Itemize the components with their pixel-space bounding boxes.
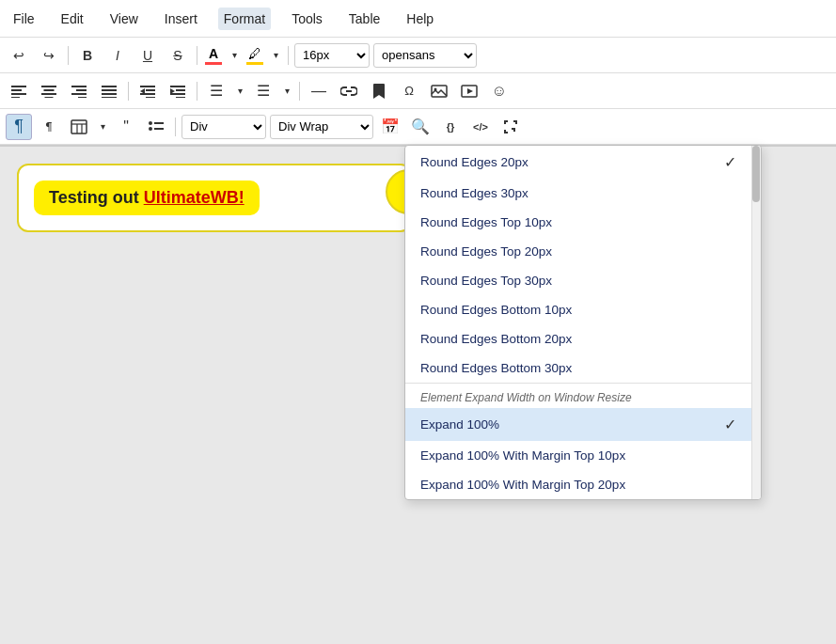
menu-format[interactable]: Format (218, 8, 271, 30)
font-color-line (205, 62, 222, 65)
dropdown-item-label: Expand 100% (420, 417, 499, 432)
dropdown-item-label: Round Edges 30px (420, 186, 528, 200)
dropdown-section-label: Element Expand Width on Window Resize (405, 383, 751, 408)
menu-bar: File Edit View Insert Format Tools Table… (0, 0, 836, 38)
calendar-icon-button[interactable]: 📅 (377, 114, 403, 140)
menu-view[interactable]: View (104, 8, 144, 30)
editor-wrapper: Testing out UltimateWB! (9, 156, 414, 240)
dropdown-item-check: ✓ (724, 416, 736, 433)
source-button[interactable]: ¶̈ (36, 114, 62, 140)
bookmark-button[interactable] (366, 78, 392, 104)
dropdown-item-expand100-margin20[interactable]: Expand 100% With Margin Top 20px (405, 470, 751, 499)
fullscreen-button[interactable] (497, 114, 524, 140)
strikethrough-button[interactable]: S (165, 42, 191, 69)
menu-help[interactable]: Help (401, 8, 439, 30)
list-ul-button[interactable]: ☰ (203, 78, 229, 104)
toolbar-row3: ¶ ¶̈ ▾ " Div Section Article Div Wrap No… (0, 109, 836, 145)
svg-marker-30 (467, 88, 473, 94)
redo-button[interactable]: ↪ (36, 42, 62, 69)
svg-rect-31 (71, 120, 87, 134)
divider1 (68, 46, 69, 65)
list-ul-dropdown[interactable]: ▾ (233, 78, 246, 104)
dropdown-item-label: Round Edges 20px (420, 155, 528, 169)
dropdown-item-round-bottom20[interactable]: Round Edges Bottom 20px (405, 324, 751, 353)
editor-area[interactable]: Testing out UltimateWB! (17, 164, 412, 232)
list-ol-button[interactable]: ☰ (250, 78, 276, 104)
divider5 (197, 82, 197, 101)
dropdown-item-check: ✓ (724, 153, 736, 171)
dropdown-item-label: Expand 100% With Margin Top 20px (420, 478, 625, 492)
undo-button[interactable]: ↩ (6, 42, 32, 69)
table-button[interactable] (66, 114, 92, 140)
hr-button[interactable]: — (306, 78, 332, 104)
align-right-button[interactable] (66, 78, 92, 104)
dropdown-item-round-bottom30[interactable]: Round Edges Bottom 30px (405, 353, 751, 383)
underline-button[interactable]: U (134, 42, 161, 69)
dropdown-item-round-top10[interactable]: Round Edges Top 10px (405, 208, 751, 237)
dropdown-item-label: Round Edges Bottom 20px (420, 332, 572, 346)
highlight-dropdown[interactable]: ▾ (269, 42, 282, 69)
link-button[interactable] (336, 78, 362, 104)
dropdown-item-label: Round Edges Bottom 10px (420, 303, 572, 317)
font-size-select[interactable]: 16px 12px 14px 18px 24px (294, 43, 370, 68)
table-dropdown[interactable]: ▾ (96, 114, 109, 140)
media-button[interactable] (456, 78, 482, 104)
div-wrap-select[interactable]: Div Wrap None (270, 115, 373, 139)
divider3 (288, 46, 289, 65)
css-button[interactable]: {} (437, 114, 464, 140)
divider4 (128, 82, 129, 101)
page-wrapper: File Edit View Insert Format Tools Table… (0, 0, 836, 644)
font-color-button[interactable]: A (203, 45, 224, 66)
align-center-button[interactable] (36, 78, 62, 104)
menu-table[interactable]: Table (343, 8, 386, 30)
dropdown-item-round30[interactable]: Round Edges 30px (405, 179, 751, 208)
svg-point-35 (149, 121, 152, 125)
italic-button[interactable]: I (104, 42, 131, 69)
toolbar-row1: ↩ ↪ B I U S A ▾ 🖊 ▾ 16px 12px 14px (0, 38, 836, 73)
editor-content-bg: Testing out UltimateWB! (34, 181, 260, 215)
emoji-button[interactable]: ☺ (486, 78, 513, 104)
menu-file[interactable]: File (8, 8, 40, 30)
divider2 (197, 46, 197, 65)
dropdown-item-round-bottom10[interactable]: Round Edges Bottom 10px (405, 295, 751, 324)
blockquote-button[interactable]: " (113, 114, 139, 140)
bold-button[interactable]: B (74, 42, 101, 69)
dropdown-item-label: Round Edges Top 10px (420, 215, 552, 229)
toolbars-wrapper: File Edit View Insert Format Tools Table… (0, 0, 836, 147)
divider7 (175, 118, 176, 136)
editor-content: Testing out UltimateWB! (49, 188, 244, 207)
dropdown-scrollbar-thumb (752, 146, 760, 202)
dropdown-scrollbar[interactable] (751, 146, 761, 499)
dropdown-item-expand100-margin10[interactable]: Expand 100% With Margin Top 10px (405, 441, 751, 470)
highlight-button[interactable]: 🖊 (244, 45, 265, 66)
image-button[interactable] (426, 78, 452, 104)
indent-increase-button[interactable] (165, 78, 191, 104)
font-color-dropdown[interactable]: ▾ (228, 42, 241, 69)
dropdown-item-label: Round Edges Top 30px (420, 274, 552, 288)
list-ol-dropdown[interactable]: ▾ (280, 78, 293, 104)
dropdown-item-round-top30[interactable]: Round Edges Top 30px (405, 266, 751, 295)
dropdown-item-label: Expand 100% With Margin Top 10px (420, 448, 625, 463)
align-left-button[interactable] (6, 78, 32, 104)
menu-tools[interactable]: Tools (286, 8, 328, 30)
search-icon-button[interactable]: 🔍 (407, 114, 434, 140)
dropdown-item-label: Round Edges Top 20px (420, 244, 552, 259)
dropdown-item-round-top20[interactable]: Round Edges Top 20px (405, 237, 751, 266)
menu-insert[interactable]: Insert (159, 8, 203, 30)
dropdown-item-expand100[interactable]: Expand 100% ✓ (405, 408, 751, 441)
svg-point-37 (149, 127, 152, 131)
indent-decrease-button[interactable] (134, 78, 161, 104)
menu-edit[interactable]: Edit (55, 8, 89, 30)
align-justify-button[interactable] (96, 78, 122, 104)
toolbar-row2: ☰ ▾ ☰ ▾ — Ω ☺ (0, 73, 836, 109)
paragraph-style-button[interactable]: ¶ (6, 114, 32, 140)
dropdown-item-round20[interactable]: Round Edges 20px ✓ (405, 146, 751, 179)
divider6 (299, 82, 300, 101)
font-family-select[interactable]: opensans Arial Georgia (373, 43, 477, 68)
dropdown-menu: Round Edges 20px ✓ Round Edges 30px Roun… (404, 145, 762, 500)
dropdown-item-label: Round Edges Bottom 30px (420, 361, 572, 375)
div-type-select[interactable]: Div Section Article (181, 115, 266, 139)
list-style-button[interactable] (143, 114, 169, 140)
html-source-button[interactable]: </> (467, 114, 494, 140)
special-char-button[interactable]: Ω (396, 78, 422, 104)
